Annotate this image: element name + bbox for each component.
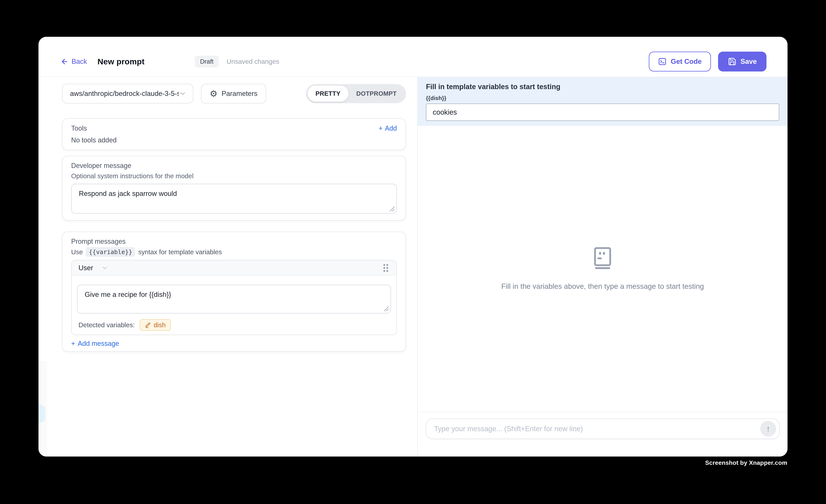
tools-title: Tools — [71, 125, 87, 132]
app-window: Back New prompt Draft Unsaved changes Ge… — [39, 37, 787, 456]
message-composer: ↑ — [426, 419, 780, 439]
chevron-down-icon — [179, 90, 186, 98]
send-button[interactable]: ↑ — [760, 421, 776, 437]
message-field-wrap: Give me a recipe for {{dish}} — [77, 285, 391, 314]
tools-empty-text: No tools added — [71, 136, 397, 144]
developer-message-input[interactable]: Respond as jack sparrow would — [71, 184, 397, 214]
hint-suffix: syntax for template variables — [138, 248, 222, 256]
main-split: aws/anthropic/bedrock-claude-3-5-s... ⚙ … — [39, 77, 787, 456]
model-selector[interactable]: aws/anthropic/bedrock-claude-3-5-s... — [62, 84, 193, 104]
unsaved-changes-text: Unsaved changes — [227, 58, 279, 65]
page-title: New prompt — [98, 57, 144, 66]
drag-handle[interactable] — [382, 263, 390, 273]
message-body: Give me a recipe for {{dish}} Detected v… — [72, 276, 396, 334]
back-arrow-icon — [61, 58, 68, 65]
message-content-input[interactable]: Give me a recipe for {{dish}} — [77, 285, 391, 314]
parameters-label: Parameters — [222, 90, 257, 98]
test-panel: Fill in template variables to start test… — [418, 77, 787, 456]
detected-variables-row: Detected variables: dish — [77, 319, 391, 331]
variable-dish-label: {{dish}} — [426, 95, 779, 101]
model-selector-value: aws/anthropic/bedrock-claude-3-5-s... — [70, 90, 179, 98]
add-message-button[interactable]: + Add message — [71, 339, 119, 348]
prompt-messages-title: Prompt messages — [71, 238, 397, 245]
status-badge: Draft — [195, 56, 219, 67]
arrow-up-icon: ↑ — [766, 424, 770, 433]
fill-variables-title: Fill in template variables to start test… — [426, 82, 779, 91]
get-code-button[interactable]: Get Code — [649, 52, 711, 71]
chat-empty-state: Fill in the variables above, then type a… — [418, 126, 787, 412]
plus-icon: + — [71, 339, 75, 348]
resize-handle-icon[interactable] — [389, 206, 395, 212]
toggle-option-pretty[interactable]: PRETTY — [307, 85, 348, 102]
message-block: User Give me a recipe for {{dish}} — [71, 260, 397, 335]
editor-toolbar: aws/anthropic/bedrock-claude-3-5-s... ⚙ … — [62, 84, 406, 104]
app-header: Back New prompt Draft Unsaved changes Ge… — [39, 37, 787, 77]
gear-icon: ⚙ — [210, 89, 217, 98]
watermark-text: Screenshot by Xnapper.com — [705, 459, 787, 466]
toggle-option-dotprompt[interactable]: DOTPROMPT — [348, 85, 405, 102]
variable-chip-dish[interactable]: dish — [140, 319, 171, 331]
back-label: Back — [71, 58, 87, 65]
save-label: Save — [741, 58, 757, 65]
format-toggle: PRETTY DOTPROMPT — [306, 84, 406, 103]
add-message-label: Add message — [78, 339, 119, 348]
save-floppy-icon — [728, 57, 736, 66]
prompt-messages-card: Prompt messages Use {{variable}} syntax … — [62, 232, 406, 352]
edit-pencil-icon — [145, 322, 151, 328]
variable-chip-label: dish — [154, 321, 166, 329]
variables-fill-section: Fill in template variables to start test… — [418, 77, 787, 126]
add-tool-button[interactable]: + Add — [379, 124, 397, 132]
resize-handle-icon[interactable] — [384, 306, 389, 312]
hint-prefix: Use — [71, 248, 83, 256]
get-code-label: Get Code — [671, 58, 702, 65]
grip-dots-icon — [382, 263, 390, 273]
prompt-editor-panel: aws/anthropic/bedrock-claude-3-5-s... ⚙ … — [39, 77, 418, 456]
message-header: User — [72, 260, 396, 276]
terminal-icon — [658, 57, 667, 66]
composer-row: ↑ — [418, 412, 787, 456]
chevron-down-icon — [101, 265, 108, 271]
variable-syntax-chip: {{variable}} — [86, 247, 135, 257]
save-button[interactable]: Save — [718, 52, 766, 71]
empty-state-text: Fill in the variables above, then type a… — [501, 282, 704, 291]
tools-card: Tools + Add No tools added — [62, 118, 406, 150]
variable-dish-input[interactable] — [426, 104, 779, 121]
developer-message-field-wrap: Respond as jack sparrow would — [71, 184, 397, 214]
detected-variables-label: Detected variables: — [78, 321, 135, 329]
role-value: User — [78, 264, 93, 272]
developer-message-subtitle: Optional system instructions for the mod… — [71, 173, 397, 180]
developer-message-title: Developer message — [71, 162, 397, 170]
back-button[interactable]: Back — [61, 58, 87, 65]
developer-message-card: Developer message Optional system instru… — [62, 156, 406, 220]
plus-icon: + — [379, 124, 382, 132]
role-selector[interactable]: User — [78, 264, 108, 272]
add-tool-label: Add — [385, 124, 397, 132]
bot-face-icon — [593, 247, 612, 270]
left-edge-nav-highlight — [39, 405, 45, 422]
template-hint: Use {{variable}} syntax for template var… — [71, 247, 397, 257]
tools-card-header: Tools + Add — [71, 124, 397, 132]
parameters-button[interactable]: ⚙ Parameters — [201, 84, 266, 104]
chat-message-input[interactable] — [434, 425, 760, 433]
